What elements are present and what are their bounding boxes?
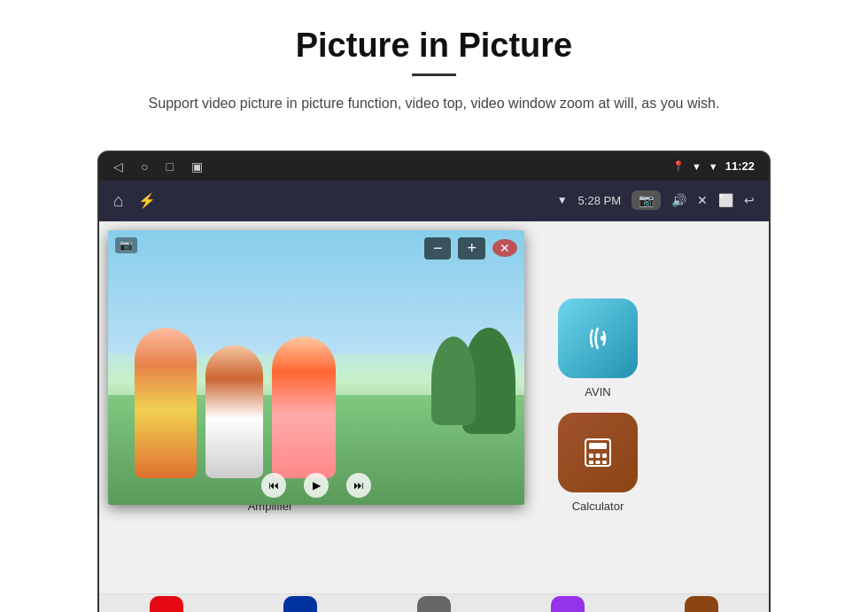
- pip-scene: [108, 230, 524, 505]
- app-calculator-icon: [558, 413, 638, 492]
- person-3: [272, 337, 336, 478]
- main-area: 📷 − + ✕ ⏮ ▶ ⏭: [99, 221, 769, 593]
- bottom-calculator-icon: [685, 596, 718, 612]
- bottom-sirius-icon: [283, 596, 317, 612]
- svg-rect-11: [589, 453, 593, 458]
- status-time: 11:22: [725, 159, 755, 173]
- svg-rect-13: [602, 453, 607, 458]
- status-bar: ◁ ○ □ ▣ 📍 ▼ ▼ 11:22: [99, 152, 769, 181]
- nav-bar: ⌂ ⚡ ▼ 5:28 PM 📷 🔊 ✕ ⬜ ↩: [99, 181, 769, 221]
- bottom-amplifier-icon: [551, 596, 585, 612]
- signal-icon: ▼: [709, 161, 718, 172]
- pip-next-button[interactable]: ⏭: [346, 473, 371, 498]
- nav-bar-right: ▼ 5:28 PM 📷 🔊 ✕ ⬜ ↩: [557, 190, 755, 210]
- pip-minus-button[interactable]: −: [424, 237, 452, 260]
- person-1: [135, 328, 197, 478]
- wifi-nav-icon: ▼: [557, 194, 568, 206]
- home-circle-icon[interactable]: ○: [141, 159, 148, 174]
- back-icon[interactable]: ◁: [113, 159, 123, 174]
- close-nav-icon[interactable]: ✕: [697, 193, 708, 207]
- pip-play-button[interactable]: ▶: [304, 473, 329, 498]
- pip-top-controls[interactable]: − + ✕: [424, 237, 517, 260]
- pip-video: [108, 230, 524, 505]
- bottom-netflix-item[interactable]: Netflix: [99, 596, 233, 612]
- avin-svg: [582, 322, 614, 354]
- person-2: [205, 345, 263, 478]
- svg-rect-10: [589, 443, 607, 449]
- page-subtitle: Support video picture in picture functio…: [124, 92, 744, 115]
- nav-time: 5:28 PM: [578, 194, 621, 207]
- app-avin-label: AVIN: [585, 385, 610, 399]
- screenshot-icon[interactable]: ▣: [191, 159, 203, 174]
- svg-rect-16: [602, 461, 607, 464]
- pip-plus-button[interactable]: +: [458, 237, 485, 260]
- location-icon: 📍: [672, 160, 685, 172]
- calculator-svg: [580, 435, 616, 470]
- pip-prev-button[interactable]: ⏮: [261, 473, 286, 498]
- home-icon[interactable]: ⌂: [113, 190, 124, 211]
- page-title: Picture in Picture: [53, 27, 815, 65]
- pip-close-button[interactable]: ✕: [492, 239, 517, 257]
- title-divider: [412, 74, 456, 76]
- apps-bottom-row: Netflix SiriusXM Wheelkey Study Amplifie…: [99, 593, 769, 612]
- status-bar-left: ◁ ○ □ ▣: [113, 159, 203, 174]
- recents-icon[interactable]: □: [166, 159, 173, 174]
- tree-2: [431, 337, 476, 425]
- app-avin-icon: [558, 298, 638, 378]
- app-calculator-label: Calculator: [572, 500, 624, 513]
- svg-rect-12: [596, 453, 601, 458]
- bottom-sirius-item[interactable]: SiriusXM: [233, 596, 367, 612]
- camera-button[interactable]: 📷: [632, 190, 661, 210]
- bottom-wheelkey-item[interactable]: Wheelkey Study: [367, 596, 500, 612]
- bottom-calculator-item[interactable]: Calculator: [635, 596, 769, 612]
- nav-bar-left: ⌂ ⚡: [113, 190, 156, 211]
- pip-camera-label: 📷: [115, 237, 137, 253]
- bottom-wheelkey-icon: [417, 596, 451, 612]
- bottom-netflix-icon: [150, 596, 183, 612]
- bottom-amplifier-item[interactable]: Amplifier: [501, 596, 635, 612]
- svg-rect-15: [596, 461, 601, 464]
- pip-bottom-controls[interactable]: ⏮ ▶ ⏭: [261, 473, 371, 498]
- svg-rect-14: [589, 461, 593, 464]
- pip-nav-icon[interactable]: ⬜: [718, 193, 733, 207]
- usb-icon[interactable]: ⚡: [138, 192, 156, 209]
- volume-icon[interactable]: 🔊: [671, 193, 686, 207]
- status-bar-right: 📍 ▼ ▼ 11:22: [672, 159, 755, 173]
- back-nav-icon[interactable]: ↩: [744, 193, 755, 207]
- page-header: Picture in Picture Support video picture…: [0, 0, 868, 133]
- pip-window[interactable]: 📷 − + ✕ ⏮ ▶ ⏭: [108, 230, 524, 505]
- wifi-icon: ▼: [692, 161, 701, 172]
- device-frame: ◁ ○ □ ▣ 📍 ▼ ▼ 11:22 ⌂ ⚡ ▼ 5:28 PM 📷 🔊 ✕ …: [97, 151, 771, 612]
